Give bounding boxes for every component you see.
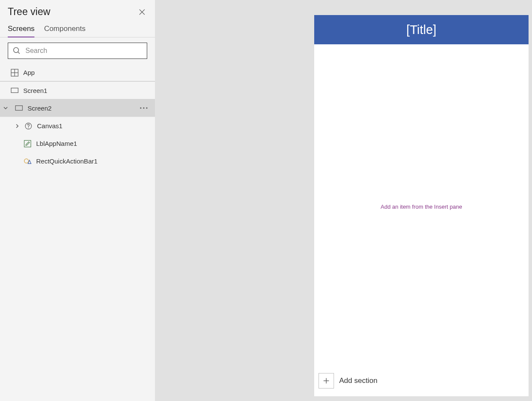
app-icon <box>10 68 19 77</box>
app-title-text: [Title] <box>406 23 436 37</box>
search-icon <box>12 46 21 55</box>
tree-item-label: App <box>23 69 35 76</box>
tree-item-label: RectQuickActionBar1 <box>36 157 98 165</box>
search-input[interactable] <box>25 47 142 55</box>
tree-item-label: Screen2 <box>28 105 52 112</box>
tree-item-app[interactable]: App <box>0 64 155 82</box>
tree-view-tabs: Screens Components <box>0 21 155 37</box>
search-box[interactable] <box>8 43 147 59</box>
chevron-down-icon[interactable] <box>1 105 10 111</box>
tree-view-header: Tree view <box>0 0 155 21</box>
tab-screens[interactable]: Screens <box>8 25 34 37</box>
tree-item-lblappname1[interactable]: LblAppName1 <box>0 135 155 152</box>
label-edit-icon <box>23 139 32 148</box>
tree-item-canvas1[interactable]: Canvas1 <box>0 117 155 135</box>
svg-point-2 <box>14 48 19 53</box>
tab-components[interactable]: Components <box>44 25 85 37</box>
tree-item-screen1[interactable]: Screen1 <box>0 82 155 99</box>
svg-rect-8 <box>15 106 22 111</box>
chevron-right-icon[interactable] <box>1 123 20 129</box>
tree-item-rectquickactionbar1[interactable]: RectQuickActionBar1 <box>0 152 155 170</box>
tree-list: App Screen1 Screen2 <box>0 64 155 170</box>
svg-rect-14 <box>24 140 31 147</box>
screen-icon <box>15 104 23 112</box>
search-container <box>0 37 155 64</box>
svg-point-15 <box>24 159 28 163</box>
more-options-button[interactable] <box>139 103 149 113</box>
svg-rect-7 <box>11 88 18 93</box>
close-icon <box>138 8 146 16</box>
tree-item-label: Canvas1 <box>37 122 62 130</box>
add-section-button[interactable] <box>319 373 334 389</box>
close-panel-button[interactable] <box>137 7 147 17</box>
svg-line-3 <box>18 52 20 54</box>
add-section-row[interactable]: Add section <box>314 368 529 396</box>
svg-point-13 <box>28 127 29 128</box>
plus-icon <box>322 377 330 385</box>
insert-item-placeholder[interactable]: Add an item from the Insert pane <box>380 204 462 210</box>
tree-item-label: Screen1 <box>23 87 47 94</box>
tree-item-screen2[interactable]: Screen2 <box>0 99 155 117</box>
screen-icon <box>10 86 19 95</box>
add-section-label: Add section <box>339 376 377 385</box>
tree-view-panel: Tree view Screens Components App <box>0 0 155 401</box>
tree-view-title: Tree view <box>8 6 50 18</box>
app-title-bar: [Title] <box>314 15 529 44</box>
tree-item-label: LblAppName1 <box>36 140 77 147</box>
shape-icon <box>23 157 32 166</box>
canvas-preview[interactable]: [Title] Add an item from the Insert pane… <box>314 15 529 396</box>
svg-point-9 <box>140 107 141 108</box>
svg-point-10 <box>143 107 144 108</box>
svg-point-11 <box>146 107 147 108</box>
canvas-body[interactable]: Add an item from the Insert pane <box>314 44 529 368</box>
ellipsis-icon <box>140 107 148 109</box>
question-circle-icon <box>24 122 33 130</box>
